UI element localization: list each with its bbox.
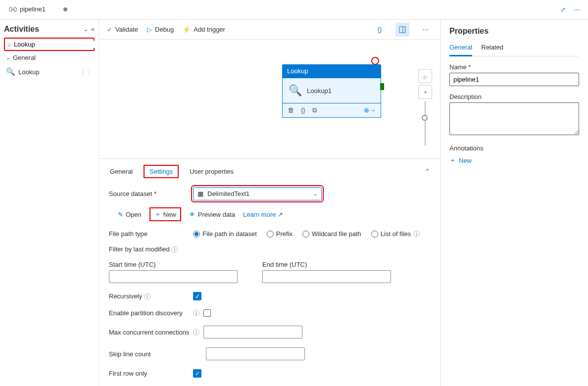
file-path-type-label: File path type	[109, 230, 193, 238]
detail-tab-settings[interactable]: Settings	[144, 165, 179, 178]
properties-title: Properties	[449, 27, 579, 36]
learn-more-link[interactable]: Learn more ↗	[243, 211, 283, 218]
drag-handle-icon[interactable]: ⋮⋮	[80, 68, 93, 76]
properties-toggle-icon[interactable]	[395, 23, 409, 37]
open-dataset-button[interactable]: ✎Open	[118, 211, 142, 218]
end-time-label: End time (UTC)	[262, 261, 391, 268]
filter-label: Filter by last modified i	[109, 245, 178, 253]
plus-icon: ＋	[449, 156, 456, 165]
end-time-input[interactable]	[262, 270, 391, 283]
firstrow-label: First row only	[109, 370, 193, 377]
lookup-icon: 🔍	[6, 67, 15, 76]
play-icon: ▷	[147, 26, 152, 33]
annotations-label: Annotations	[449, 145, 579, 152]
activity-search-input[interactable]: ⌕	[4, 38, 95, 51]
info-icon[interactable]: i	[193, 329, 199, 336]
maxcon-label: Max concurrent connections	[109, 329, 193, 336]
pipeline-canvas[interactable]: Lookup 🔍 Lookup1 🗑 {} ⧉ ⊕→ ⌕ ＋	[99, 40, 440, 158]
general-label: General	[13, 54, 36, 61]
delete-activity-icon[interactable]: 🗑	[288, 106, 294, 114]
expand-icon[interactable]: ⤢	[556, 6, 570, 13]
start-time-input[interactable]	[109, 270, 238, 283]
pipeline-tab-label: pipeline1	[20, 5, 46, 13]
lookup-activity-node[interactable]: Lookup 🔍 Lookup1 🗑 {} ⧉ ⊕→	[282, 64, 381, 118]
activity-expand-icon[interactable]: ⊕→	[364, 106, 376, 114]
prop-tab-related[interactable]: Related	[481, 42, 503, 56]
prop-tab-general[interactable]: General	[449, 42, 472, 56]
success-output-icon[interactable]	[380, 83, 384, 90]
info-icon[interactable]: i	[413, 231, 420, 237]
json-icon[interactable]: {}	[373, 23, 387, 37]
validate-button[interactable]: ✓Validate	[107, 26, 138, 33]
add-annotation-button[interactable]: ＋New	[449, 156, 579, 165]
radio-wildcard[interactable]: Wildcard file path	[302, 230, 361, 238]
zoom-knob[interactable]	[422, 115, 428, 121]
source-dataset-dropdown[interactable]: ▦ DelimitedText1 ⌄	[193, 187, 322, 200]
more-icon[interactable]: ⋯	[570, 6, 584, 13]
new-dataset-button[interactable]: ＋New	[149, 207, 181, 221]
collapse-detail-icon[interactable]: ⌃	[425, 168, 430, 175]
partition-label: Enable partition discovery	[109, 309, 193, 317]
debug-button[interactable]: ▷Debug	[147, 26, 174, 33]
name-label: Name *	[449, 63, 579, 71]
preview-icon: 👁	[189, 211, 196, 218]
activity-search-field[interactable]	[14, 41, 97, 48]
detail-tab-user[interactable]: User properties	[189, 165, 235, 178]
check-icon: ✓	[107, 26, 112, 33]
svg-rect-1	[14, 7, 16, 11]
collapse-down-icon[interactable]: ⌄	[83, 26, 88, 33]
radio-list-of-files[interactable]: List of files i	[371, 230, 420, 238]
annotation-circle	[371, 57, 379, 65]
svg-rect-3	[399, 27, 405, 33]
add-trigger-button[interactable]: ⚡Add trigger	[183, 26, 225, 33]
preview-data-button[interactable]: 👁Preview data	[189, 211, 235, 218]
pipeline-icon	[9, 6, 17, 13]
zoom-search-icon[interactable]: ⌕	[418, 69, 432, 83]
search-icon: ⌕	[8, 41, 12, 48]
general-category[interactable]: ⌄ General	[4, 51, 95, 64]
recursively-checkbox[interactable]: ✓	[193, 292, 201, 300]
info-icon[interactable]: i	[171, 246, 178, 253]
info-icon[interactable]: i	[144, 293, 150, 300]
toolbar-more-icon[interactable]: ⋯	[418, 23, 432, 37]
recursively-label: Recursively i	[109, 292, 193, 300]
maxcon-input[interactable]	[203, 326, 302, 338]
lookup-label: Lookup	[18, 68, 40, 76]
detail-tab-general[interactable]: General	[109, 165, 134, 178]
pencil-icon: ✎	[118, 211, 123, 218]
activity-json-icon[interactable]: {}	[301, 106, 305, 114]
zoom-slider[interactable]	[425, 101, 426, 145]
activity-name: Lookup1	[307, 87, 332, 95]
collapse-left-icon[interactable]: «	[91, 26, 95, 33]
trigger-icon: ⚡	[183, 26, 191, 33]
firstrow-checkbox[interactable]: ✓	[193, 369, 201, 378]
unsaved-indicator-icon	[63, 7, 67, 11]
chevron-down-icon: ⌄	[313, 191, 317, 196]
skip-input[interactable]	[206, 347, 305, 360]
activity-header: Lookup	[282, 64, 381, 78]
radio-file-path-in-dataset[interactable]: File path in dataset	[193, 230, 257, 238]
partition-checkbox[interactable]	[203, 309, 211, 317]
pipeline-name-input[interactable]	[449, 73, 579, 86]
copy-activity-icon[interactable]: ⧉	[312, 106, 317, 114]
source-dataset-value: DelimitedText1	[207, 190, 249, 197]
svg-rect-0	[9, 7, 12, 11]
start-time-label: Start time (UTC)	[109, 261, 238, 268]
desc-label: Description	[449, 93, 579, 100]
dataset-icon: ▦	[197, 190, 203, 197]
activity-lookup-icon: 🔍	[289, 84, 302, 97]
info-icon[interactable]: i	[193, 310, 199, 316]
plus-icon: ＋	[154, 210, 161, 219]
external-link-icon: ↗	[278, 211, 283, 218]
pipeline-tab[interactable]: pipeline1	[4, 2, 72, 17]
chevron-down-icon: ⌄	[6, 55, 10, 60]
lookup-activity-item[interactable]: 🔍 Lookup ⋮⋮	[4, 64, 95, 79]
source-dataset-label: Source dataset *	[109, 190, 193, 197]
activities-title: Activities	[4, 25, 80, 34]
skip-label: Skip line count	[109, 350, 193, 358]
radio-prefix[interactable]: Prefix	[267, 230, 293, 238]
zoom-in-icon[interactable]: ＋	[418, 85, 432, 99]
description-textarea[interactable]	[449, 102, 579, 135]
